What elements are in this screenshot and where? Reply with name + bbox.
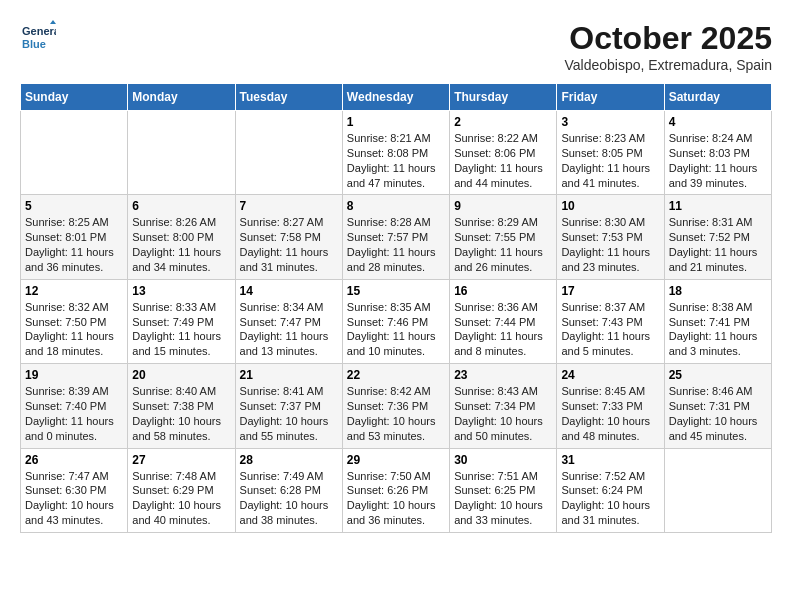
- day-cell-26: 26Sunrise: 7:47 AM Sunset: 6:30 PM Dayli…: [21, 448, 128, 532]
- day-cell-12: 12Sunrise: 8:32 AM Sunset: 7:50 PM Dayli…: [21, 279, 128, 363]
- logo-svg: General Blue: [20, 20, 56, 56]
- empty-cell: [664, 448, 771, 532]
- day-cell-27: 27Sunrise: 7:48 AM Sunset: 6:29 PM Dayli…: [128, 448, 235, 532]
- day-number: 13: [132, 284, 230, 298]
- day-cell-7: 7Sunrise: 8:27 AM Sunset: 7:58 PM Daylig…: [235, 195, 342, 279]
- day-number: 4: [669, 115, 767, 129]
- day-number: 23: [454, 368, 552, 382]
- cell-content: Sunrise: 7:52 AM Sunset: 6:24 PM Dayligh…: [561, 469, 659, 528]
- weekday-header-monday: Monday: [128, 84, 235, 111]
- day-cell-6: 6Sunrise: 8:26 AM Sunset: 8:00 PM Daylig…: [128, 195, 235, 279]
- day-cell-2: 2Sunrise: 8:22 AM Sunset: 8:06 PM Daylig…: [450, 111, 557, 195]
- day-number: 1: [347, 115, 445, 129]
- day-number: 29: [347, 453, 445, 467]
- cell-content: Sunrise: 7:51 AM Sunset: 6:25 PM Dayligh…: [454, 469, 552, 528]
- cell-content: Sunrise: 8:37 AM Sunset: 7:43 PM Dayligh…: [561, 300, 659, 359]
- svg-text:Blue: Blue: [22, 38, 46, 50]
- cell-content: Sunrise: 8:36 AM Sunset: 7:44 PM Dayligh…: [454, 300, 552, 359]
- cell-content: Sunrise: 8:41 AM Sunset: 7:37 PM Dayligh…: [240, 384, 338, 443]
- week-row-4: 19Sunrise: 8:39 AM Sunset: 7:40 PM Dayli…: [21, 364, 772, 448]
- cell-content: Sunrise: 8:39 AM Sunset: 7:40 PM Dayligh…: [25, 384, 123, 443]
- day-number: 31: [561, 453, 659, 467]
- day-cell-5: 5Sunrise: 8:25 AM Sunset: 8:01 PM Daylig…: [21, 195, 128, 279]
- weekday-header-friday: Friday: [557, 84, 664, 111]
- day-number: 25: [669, 368, 767, 382]
- cell-content: Sunrise: 7:49 AM Sunset: 6:28 PM Dayligh…: [240, 469, 338, 528]
- day-number: 8: [347, 199, 445, 213]
- weekday-header-saturday: Saturday: [664, 84, 771, 111]
- calendar-table: SundayMondayTuesdayWednesdayThursdayFrid…: [20, 83, 772, 533]
- day-cell-23: 23Sunrise: 8:43 AM Sunset: 7:34 PM Dayli…: [450, 364, 557, 448]
- day-cell-19: 19Sunrise: 8:39 AM Sunset: 7:40 PM Dayli…: [21, 364, 128, 448]
- cell-content: Sunrise: 8:45 AM Sunset: 7:33 PM Dayligh…: [561, 384, 659, 443]
- cell-content: Sunrise: 8:21 AM Sunset: 8:08 PM Dayligh…: [347, 131, 445, 190]
- day-number: 22: [347, 368, 445, 382]
- empty-cell: [235, 111, 342, 195]
- day-number: 16: [454, 284, 552, 298]
- day-number: 28: [240, 453, 338, 467]
- cell-content: Sunrise: 7:50 AM Sunset: 6:26 PM Dayligh…: [347, 469, 445, 528]
- day-cell-24: 24Sunrise: 8:45 AM Sunset: 7:33 PM Dayli…: [557, 364, 664, 448]
- day-number: 9: [454, 199, 552, 213]
- empty-cell: [128, 111, 235, 195]
- day-cell-11: 11Sunrise: 8:31 AM Sunset: 7:52 PM Dayli…: [664, 195, 771, 279]
- day-number: 11: [669, 199, 767, 213]
- cell-content: Sunrise: 8:42 AM Sunset: 7:36 PM Dayligh…: [347, 384, 445, 443]
- empty-cell: [21, 111, 128, 195]
- day-cell-17: 17Sunrise: 8:37 AM Sunset: 7:43 PM Dayli…: [557, 279, 664, 363]
- cell-content: Sunrise: 8:38 AM Sunset: 7:41 PM Dayligh…: [669, 300, 767, 359]
- cell-content: Sunrise: 8:23 AM Sunset: 8:05 PM Dayligh…: [561, 131, 659, 190]
- cell-content: Sunrise: 7:47 AM Sunset: 6:30 PM Dayligh…: [25, 469, 123, 528]
- weekday-header-tuesday: Tuesday: [235, 84, 342, 111]
- day-cell-13: 13Sunrise: 8:33 AM Sunset: 7:49 PM Dayli…: [128, 279, 235, 363]
- day-cell-20: 20Sunrise: 8:40 AM Sunset: 7:38 PM Dayli…: [128, 364, 235, 448]
- page-header: General Blue October 2025 Valdeobispo, E…: [20, 20, 772, 73]
- cell-content: Sunrise: 8:32 AM Sunset: 7:50 PM Dayligh…: [25, 300, 123, 359]
- svg-text:General: General: [22, 25, 56, 37]
- cell-content: Sunrise: 8:30 AM Sunset: 7:53 PM Dayligh…: [561, 215, 659, 274]
- day-number: 12: [25, 284, 123, 298]
- weekday-header-wednesday: Wednesday: [342, 84, 449, 111]
- day-cell-21: 21Sunrise: 8:41 AM Sunset: 7:37 PM Dayli…: [235, 364, 342, 448]
- cell-content: Sunrise: 8:31 AM Sunset: 7:52 PM Dayligh…: [669, 215, 767, 274]
- day-number: 30: [454, 453, 552, 467]
- day-number: 14: [240, 284, 338, 298]
- day-cell-25: 25Sunrise: 8:46 AM Sunset: 7:31 PM Dayli…: [664, 364, 771, 448]
- day-cell-30: 30Sunrise: 7:51 AM Sunset: 6:25 PM Dayli…: [450, 448, 557, 532]
- weekday-header-thursday: Thursday: [450, 84, 557, 111]
- day-number: 21: [240, 368, 338, 382]
- cell-content: Sunrise: 8:35 AM Sunset: 7:46 PM Dayligh…: [347, 300, 445, 359]
- day-cell-3: 3Sunrise: 8:23 AM Sunset: 8:05 PM Daylig…: [557, 111, 664, 195]
- logo: General Blue: [20, 20, 56, 56]
- day-number: 7: [240, 199, 338, 213]
- day-cell-9: 9Sunrise: 8:29 AM Sunset: 7:55 PM Daylig…: [450, 195, 557, 279]
- cell-content: Sunrise: 8:25 AM Sunset: 8:01 PM Dayligh…: [25, 215, 123, 274]
- cell-content: Sunrise: 8:34 AM Sunset: 7:47 PM Dayligh…: [240, 300, 338, 359]
- day-number: 27: [132, 453, 230, 467]
- day-cell-16: 16Sunrise: 8:36 AM Sunset: 7:44 PM Dayli…: [450, 279, 557, 363]
- day-number: 2: [454, 115, 552, 129]
- title-block: October 2025 Valdeobispo, Extremadura, S…: [564, 20, 772, 73]
- cell-content: Sunrise: 8:33 AM Sunset: 7:49 PM Dayligh…: [132, 300, 230, 359]
- week-row-5: 26Sunrise: 7:47 AM Sunset: 6:30 PM Dayli…: [21, 448, 772, 532]
- day-number: 18: [669, 284, 767, 298]
- location: Valdeobispo, Extremadura, Spain: [564, 57, 772, 73]
- day-number: 5: [25, 199, 123, 213]
- day-cell-22: 22Sunrise: 8:42 AM Sunset: 7:36 PM Dayli…: [342, 364, 449, 448]
- day-number: 15: [347, 284, 445, 298]
- day-cell-1: 1Sunrise: 8:21 AM Sunset: 8:08 PM Daylig…: [342, 111, 449, 195]
- day-cell-8: 8Sunrise: 8:28 AM Sunset: 7:57 PM Daylig…: [342, 195, 449, 279]
- day-cell-4: 4Sunrise: 8:24 AM Sunset: 8:03 PM Daylig…: [664, 111, 771, 195]
- day-number: 6: [132, 199, 230, 213]
- day-number: 26: [25, 453, 123, 467]
- cell-content: Sunrise: 8:43 AM Sunset: 7:34 PM Dayligh…: [454, 384, 552, 443]
- day-number: 20: [132, 368, 230, 382]
- week-row-1: 1Sunrise: 8:21 AM Sunset: 8:08 PM Daylig…: [21, 111, 772, 195]
- month-title: October 2025: [564, 20, 772, 57]
- weekday-header-row: SundayMondayTuesdayWednesdayThursdayFrid…: [21, 84, 772, 111]
- cell-content: Sunrise: 8:46 AM Sunset: 7:31 PM Dayligh…: [669, 384, 767, 443]
- day-number: 19: [25, 368, 123, 382]
- day-number: 10: [561, 199, 659, 213]
- day-cell-29: 29Sunrise: 7:50 AM Sunset: 6:26 PM Dayli…: [342, 448, 449, 532]
- cell-content: Sunrise: 8:29 AM Sunset: 7:55 PM Dayligh…: [454, 215, 552, 274]
